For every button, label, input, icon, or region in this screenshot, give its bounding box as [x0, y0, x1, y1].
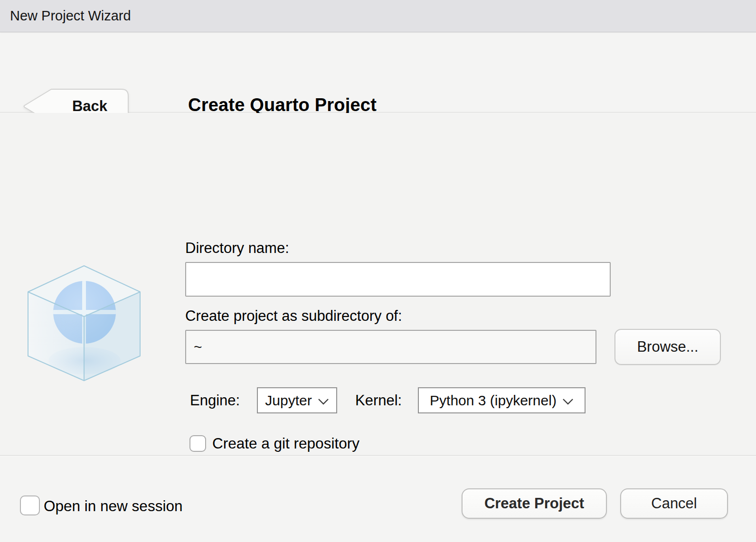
window-titlebar: New Project Wizard	[0, 0, 756, 32]
kernel-select-value: Python 3 (ipykernel)	[430, 392, 557, 409]
browse-button[interactable]: Browse...	[614, 329, 721, 365]
page-title: Create Quarto Project	[188, 95, 377, 115]
chevron-down-icon	[562, 398, 574, 405]
git-repository-label: Create a git repository	[212, 435, 359, 452]
subdirectory-label: Create project as subdirectory of:	[185, 308, 402, 325]
cancel-button[interactable]: Cancel	[620, 488, 728, 519]
window-title: New Project Wizard	[10, 8, 131, 24]
directory-name-input[interactable]	[185, 262, 611, 297]
kernel-select[interactable]: Python 3 (ipykernel)	[418, 387, 586, 413]
git-repository-checkbox[interactable]	[189, 435, 206, 452]
directory-name-label: Directory name:	[185, 240, 289, 257]
kernel-label: Kernel:	[355, 392, 402, 409]
open-new-session-checkbox[interactable]	[20, 495, 40, 515]
engine-select-value: Jupyter	[265, 392, 312, 409]
wizard-header: Back Create Quarto Project	[0, 33, 756, 112]
create-project-button[interactable]: Create Project	[462, 488, 607, 519]
wizard-body: Directory name: Create project as subdir…	[0, 113, 756, 455]
subdirectory-input[interactable]	[185, 330, 596, 364]
quarto-logo-icon	[21, 263, 147, 383]
open-new-session-label: Open in new session	[44, 497, 182, 515]
chevron-down-icon	[318, 398, 329, 405]
engine-select[interactable]: Jupyter	[257, 387, 337, 413]
new-project-wizard-dialog: New Project Wizard Back Create Quarto Pr…	[0, 0, 756, 542]
engine-label: Engine:	[190, 392, 240, 409]
